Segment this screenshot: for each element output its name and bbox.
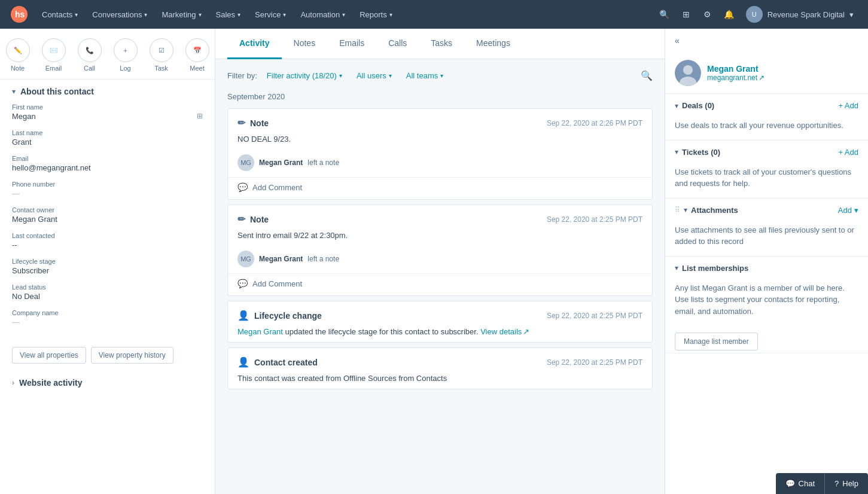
task-button[interactable]: ☑ Task xyxy=(150,38,173,72)
add-comment-button[interactable]: 💬 Add Comment xyxy=(228,273,652,295)
contact-name[interactable]: Megan Grant xyxy=(707,64,765,74)
card-user-row: MG Megan Grant left a note xyxy=(228,246,652,273)
card-header: ✏ Note Sep 22, 2020 at 2:26 PM PDT xyxy=(228,109,652,135)
tab-emails[interactable]: Emails xyxy=(327,29,376,59)
teams-filter-button[interactable]: All teams ▾ xyxy=(401,69,448,83)
marketplace-icon[interactable]: ⊞ xyxy=(677,5,696,24)
lifecycle-type-icon: 👤 xyxy=(237,310,249,321)
nav-reports[interactable]: Reports ▾ xyxy=(354,7,398,23)
card-timestamp: Sep 22, 2020 at 2:26 PM PDT xyxy=(547,119,642,127)
tabs-bar: Activity Notes Emails Calls Tasks Meetin… xyxy=(215,29,665,59)
caret-icon: ▾ xyxy=(440,72,443,79)
lifecycle-user-link[interactable]: Megan Grant xyxy=(237,327,283,336)
note-button[interactable]: ✏️ Note xyxy=(6,38,30,72)
tab-meetings[interactable]: Meetings xyxy=(464,29,522,59)
about-section-header[interactable]: ▾ About this contact xyxy=(0,80,215,103)
chevron-down-icon: ▾ xyxy=(684,206,687,214)
date-heading: September 2020 xyxy=(227,92,653,101)
nav-service[interactable]: Service ▾ xyxy=(249,7,292,23)
field-last-contacted: Last contacted -- xyxy=(12,232,203,249)
chevron-down-icon: ▾ xyxy=(675,102,678,110)
attachments-section: ⠿ ▾ Attachments Add ▾ Use attachments to… xyxy=(665,199,868,257)
collapse-sidebar-button[interactable]: « xyxy=(665,29,868,53)
card-header: 👤 Contact created Sep 22, 2020 at 2:25 P… xyxy=(228,348,652,374)
edit-icon[interactable]: ⊞ xyxy=(197,112,203,120)
tab-tasks[interactable]: Tasks xyxy=(419,29,464,59)
note-icon: ✏️ xyxy=(6,38,30,62)
view-all-properties-button[interactable]: View all properties xyxy=(12,347,86,364)
caret-icon: ▾ xyxy=(339,72,342,79)
avatar: U xyxy=(746,6,763,23)
help-button[interactable]: ? Help xyxy=(824,473,868,494)
meet-icon: 📅 xyxy=(185,38,209,62)
attachments-section-body: Use attachments to see all files previou… xyxy=(665,222,868,256)
chevron-down-icon: ▾ xyxy=(237,11,240,18)
field-lead-status: Lead status No Deal xyxy=(12,283,203,301)
card-body: NO DEAL 9/23. xyxy=(228,135,652,150)
nav-contacts[interactable]: Contacts ▾ xyxy=(36,7,84,23)
attachments-section-header[interactable]: ⠿ ▾ Attachments Add ▾ xyxy=(665,199,868,222)
settings-icon[interactable]: ⚙ xyxy=(698,5,717,24)
website-activity-section-header[interactable]: › Website activity xyxy=(0,371,215,395)
users-filter-button[interactable]: All users ▾ xyxy=(352,69,397,83)
tab-notes[interactable]: Notes xyxy=(282,29,328,59)
contact-card: Megan Grant megangrant.net ↗ xyxy=(665,53,868,94)
caret-icon: ▾ xyxy=(854,206,858,215)
nav-automation[interactable]: Automation ▾ xyxy=(294,7,351,23)
email-button[interactable]: ✉️ Email xyxy=(42,38,66,72)
field-last-name: Last name Grant xyxy=(12,129,203,147)
activity-card-note-2: ✏ Note Sep 22, 2020 at 2:25 PM PDT Sent … xyxy=(227,205,653,296)
card-body: Megan Grant updated the lifecycle stage … xyxy=(228,327,652,342)
search-icon[interactable]: 🔍 xyxy=(641,70,653,81)
chevron-down-icon: ▾ xyxy=(283,11,286,18)
deals-section-header[interactable]: ▾ Deals (0) + Add xyxy=(665,94,868,117)
view-details-link[interactable]: View details ↗ xyxy=(480,327,529,336)
user-avatar: MG xyxy=(237,154,254,171)
external-link-icon: ↗ xyxy=(759,74,765,82)
deals-section-body: Use deals to track all your revenue oppo… xyxy=(665,117,868,140)
tab-activity[interactable]: Activity xyxy=(227,29,282,59)
email-icon: ✉️ xyxy=(42,38,66,62)
activity-area: Filter by: Filter activity (18/20) ▾ All… xyxy=(215,59,665,404)
nav-conversations[interactable]: Conversations ▾ xyxy=(86,7,153,23)
card-timestamp: Sep 22, 2020 at 2:25 PM PDT xyxy=(547,312,642,320)
contact-email[interactable]: megangrant.net ↗ xyxy=(707,74,765,82)
tickets-section: ▾ Tickets (0) + Add Use tickets to track… xyxy=(665,141,868,199)
add-attachment-button[interactable]: Add ▾ xyxy=(838,206,858,215)
hubspot-logo[interactable]: hs xyxy=(10,5,29,24)
chat-button[interactable]: 💬 Chat xyxy=(776,473,824,494)
user-menu[interactable]: U Revenue Spark Digital ▾ xyxy=(741,4,858,25)
chevron-down-icon: ▾ xyxy=(342,11,345,18)
tab-calls[interactable]: Calls xyxy=(376,29,419,59)
search-icon[interactable]: 🔍 xyxy=(655,5,674,24)
note-type-icon: ✏ xyxy=(237,214,245,225)
activity-card-contact-created: 👤 Contact created Sep 22, 2020 at 2:25 P… xyxy=(227,347,653,389)
meet-button[interactable]: 📅 Meet xyxy=(185,38,209,72)
task-icon: ☑ xyxy=(150,38,173,62)
tickets-section-header[interactable]: ▾ Tickets (0) + Add xyxy=(665,141,868,164)
add-ticket-button[interactable]: + Add xyxy=(838,148,858,157)
chevron-right-icon: › xyxy=(12,379,14,387)
chat-help-widget[interactable]: 💬 Chat ? Help xyxy=(776,473,868,494)
activity-filter-button[interactable]: Filter activity (18/20) ▾ xyxy=(262,69,347,83)
manage-list-member-button[interactable]: Manage list member xyxy=(675,333,758,350)
chevron-down-icon: ▾ xyxy=(199,11,202,18)
filter-label: Filter by: xyxy=(227,71,257,80)
add-comment-button[interactable]: 💬 Add Comment xyxy=(228,177,652,199)
notifications-icon[interactable]: 🔔 xyxy=(720,5,739,24)
activity-card-note-1: ✏ Note Sep 22, 2020 at 2:26 PM PDT NO DE… xyxy=(227,108,653,200)
right-sidebar: « Megan Grant megangrant.net ↗ xyxy=(665,29,868,494)
deals-section-title: Deals (0) xyxy=(682,101,714,110)
svg-text:hs: hs xyxy=(15,10,25,19)
list-memberships-body: Any list Megan Grant is a member of will… xyxy=(665,280,868,326)
view-property-history-button[interactable]: View property history xyxy=(91,347,173,364)
chevron-down-icon: ▾ xyxy=(144,11,147,18)
attachments-section-title: Attachments xyxy=(691,206,738,215)
log-button[interactable]: ＋ Log xyxy=(114,38,138,72)
nav-sales[interactable]: Sales ▾ xyxy=(210,7,247,23)
add-deal-button[interactable]: + Add xyxy=(838,101,858,110)
call-button[interactable]: 📞 Call xyxy=(78,38,102,72)
list-memberships-header[interactable]: ▾ List memberships xyxy=(665,257,868,280)
top-navigation: hs Contacts ▾ Conversations ▾ Marketing … xyxy=(0,0,868,29)
nav-marketing[interactable]: Marketing ▾ xyxy=(156,7,207,23)
